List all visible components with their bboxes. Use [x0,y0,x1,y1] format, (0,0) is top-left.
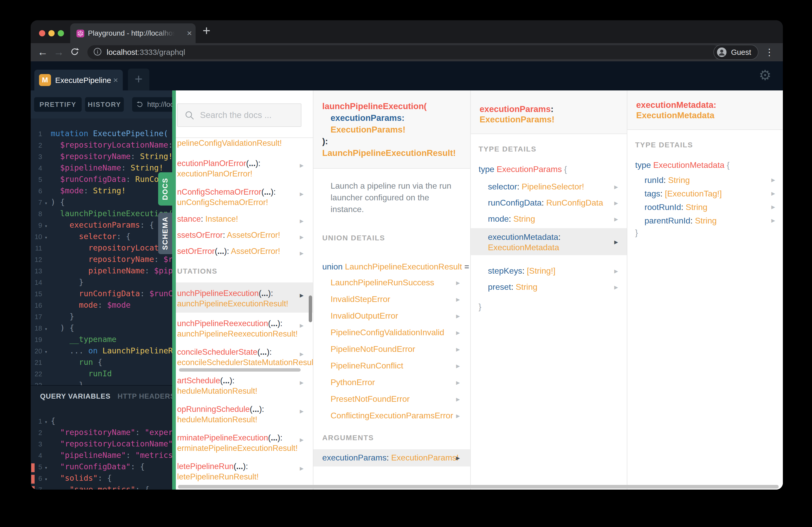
prettify-button[interactable]: PRETTIFY [34,97,82,112]
docs-col2-arg-row: executionParams: ExecutionParams! [322,453,459,462]
code-line[interactable]: 23 } [31,380,172,385]
settings-gear-icon[interactable]: ⚙ [759,67,771,84]
union-member-item[interactable]: PresetNotFoundError▶ [314,392,470,408]
code-line[interactable]: 1mutation ExecutePipeline( [31,129,172,140]
code-line[interactable]: 21 run { [31,358,172,369]
code-line[interactable]: 3 "repositoryLocationName": [31,439,172,451]
docs-search-input[interactable] [200,104,299,126]
union-member-item[interactable]: PipelineConfigValidationInvalid▶ [314,325,470,342]
code-line[interactable]: 2 $repositoryLocationName: String! [31,140,172,152]
traffic-light-close-button[interactable] [39,30,45,36]
code-line[interactable]: 12 repositoryName: $repositoryName [31,255,172,266]
code-line[interactable]: 22 runId [31,369,172,380]
docs-item[interactable]: stance: Instance!▶ [176,210,313,226]
address-bar[interactable]: localhost:3333/graphql [87,45,721,59]
profile-chip[interactable]: Guest [713,45,758,60]
code-line[interactable]: 4 $pipelineName: String! [31,163,172,175]
code-line[interactable]: 5 $runConfigData: RunConfigData! [31,175,172,186]
docs-item[interactable]: concileSchedulerState(...):econcileSched… [176,341,313,370]
code-line[interactable]: 19 __typename [31,335,172,346]
docs-item[interactable]: unchPipelineReexecution(...):aunchPipeli… [176,313,313,341]
docs-search-box[interactable] [177,103,302,127]
code-line[interactable]: 15 runConfigData: $runConfigData [31,289,172,300]
docs-vertical-scrollbar[interactable] [309,296,312,322]
docs-item[interactable]: artSchedule(...):heduleMutationResult!▶ [176,370,313,398]
union-member-item[interactable]: PipelineRunConflict▶ [314,358,470,375]
code-line[interactable]: 18▾ ) { [31,323,172,335]
code-line[interactable]: 20▾ ... on LaunchPipelineRunSuccess [31,346,172,358]
union-member-item[interactable]: ConflictingExecutionParamsError▶ [314,408,470,425]
code-line[interactable]: 6▾ "solids": { [31,473,172,485]
back-button[interactable]: ← [38,46,48,58]
chevron-right-icon: ▶ [614,216,618,222]
union-member-item[interactable]: InvalidStepError▶ [314,292,470,308]
code-line[interactable]: 11 repositoryLocationName: $repositoryLo… [31,243,172,255]
code-line[interactable]: 6 $mode: String! [31,186,172,197]
code-line[interactable]: 10▾ selector: { [31,232,172,243]
union-member-item[interactable]: InvalidOutputError▶ [314,308,470,325]
traffic-light-minimize-button[interactable] [48,30,55,36]
type-field-row[interactable]: rootRunId: String▶ [627,201,783,214]
info-icon[interactable] [93,47,102,57]
chevron-right-icon: ▶ [771,204,775,210]
code-line[interactable]: 7▾ "save_metrics": { [31,485,172,490]
tab-query-variables[interactable]: QUERY VARIABLES [40,392,111,401]
code-line[interactable]: 5▾ "runConfigData": { [31,462,172,473]
docs-item[interactable]: letePipelineRun(...):letePipelineRunResu… [176,455,313,484]
query-editor[interactable]: 1mutation ExecutePipeline(2 $repositoryL… [31,119,172,385]
code-line[interactable]: 4 "pipelineName": "metrics [31,451,172,462]
docs-item[interactable]: nConfigSchemaOrError(...):unConfigSchema… [176,181,313,210]
code-line[interactable]: 3 $repositoryName: String! [31,152,172,163]
argument-row-selected[interactable]: executionParams: ExecutionParams!▶ [314,449,470,466]
type-field-row[interactable]: parentRunId: String▶ [627,214,783,228]
type-field-row[interactable]: tags: [ExecutionTag!]▶ [627,187,783,201]
reload-button[interactable] [70,47,79,59]
chevron-right-icon: ▶ [300,189,304,199]
code-line[interactable]: 7▾) { [31,197,172,209]
browser-menu-button[interactable]: ⋮ [765,47,774,58]
type-field-row[interactable]: stepKeys: [String!]▶ [471,264,627,280]
forward-button[interactable]: → [54,46,64,58]
chevron-right-icon: ▶ [300,248,304,259]
endpoint-url-box[interactable]: http://loc [132,97,172,112]
tab-http-headers[interactable]: HTTP HEADERS [118,392,172,401]
code-line[interactable]: 13 pipelineName: $pipelineName [31,266,172,277]
browser-tab[interactable]: Playground - http://localhost:3 × [70,24,195,43]
new-browser-tab-button[interactable]: + [199,24,214,39]
history-button[interactable]: HISTORY [85,97,124,112]
traffic-light-zoom-button[interactable] [58,30,64,36]
union-member-item[interactable]: PipelineNotFoundError▶ [314,342,470,358]
docs-item[interactable]: ssetsOrError: AssetsOrError!▶ [176,226,313,242]
docs-item[interactable]: ecutionPlanOrError(...):xecutionPlanOrEr… [176,152,313,181]
type-field-row[interactable]: runConfigData: RunConfigData▶ [471,196,627,212]
browser-window: Playground - http://localhost:3 × + ← → … [31,20,783,490]
new-playground-tab-button[interactable]: + [128,69,149,90]
docs-item[interactable]: rminatePipelineExecution(...):erminatePi… [176,427,313,455]
docs-item[interactable]: opRunningSchedule(...):heduleMutationRes… [176,398,313,427]
code-line[interactable]: 9▾ executionParams: { [31,220,172,232]
browser-tab-close-icon[interactable]: × [187,28,192,38]
variables-editor[interactable]: 1▾{2 "repositoryName": "exper3 "reposito… [31,404,172,490]
field-row-selected[interactable]: executionMetadata: ExecutionMetadata ▶ [471,228,627,255]
type-field-row[interactable]: mode: String▶ [471,212,627,228]
docs-item[interactable]: setOrError(...): AssetOrError!▶ [176,242,313,258]
playground-tab[interactable]: M ExecutePipeline × [34,70,123,90]
code-line[interactable]: 14 } [31,277,172,289]
code-line[interactable]: 1▾{ [31,416,172,428]
docs-item[interactable]: unchPipelineExecution(...):aunchPipeline… [176,283,313,313]
docs-horizontal-scrollbar[interactable] [178,485,779,488]
schema-side-tab[interactable]: SCHEMA [158,213,172,254]
code-line[interactable]: 17 } [31,312,172,323]
union-member-item[interactable]: PythonError▶ [314,375,470,392]
type-field-row[interactable]: runId: String▶ [627,174,783,187]
docs-side-tab[interactable]: DOCS [158,172,172,206]
code-line[interactable]: 2 "repositoryName": "exper [31,428,172,439]
code-line[interactable]: 8 launchPipelineExecution( [31,209,172,220]
type-field-row[interactable]: preset: String▶ [471,280,627,296]
refresh-schema-icon [136,101,144,108]
playground-tab-close-icon[interactable]: × [113,75,118,85]
type-details-header-col4: TYPE DETAILS [627,141,783,149]
code-line[interactable]: 16 mode: $mode [31,300,172,312]
type-field-row[interactable]: selector: PipelineSelector!▶ [471,180,627,196]
union-member-item[interactable]: LaunchPipelineRunSuccess▶ [314,275,470,292]
